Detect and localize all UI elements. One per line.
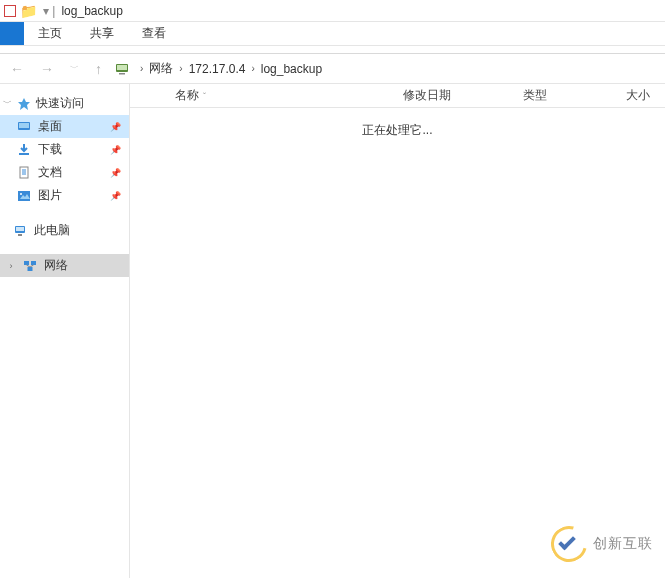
loading-status: 正在处理它... [130, 108, 665, 139]
svg-point-12 [20, 193, 22, 195]
network-label: 网络 [44, 257, 68, 274]
sidebar-item-network[interactable]: › 网络 [0, 254, 129, 277]
menu-view[interactable]: 查看 [128, 22, 180, 45]
menu-home[interactable]: 主页 [24, 22, 76, 45]
content-pane: 名称 ˇ 修改日期 类型 大小 正在处理它... [130, 84, 665, 578]
quick-access-label: 快速访问 [36, 95, 84, 112]
column-type[interactable]: 类型 [515, 84, 618, 107]
svg-rect-1 [117, 65, 127, 70]
network-icon [22, 258, 38, 274]
sidebar-quick-access-header[interactable]: ﹀ 快速访问 [0, 92, 129, 115]
downloads-label: 下载 [38, 141, 62, 158]
pin-icon: 📌 [110, 168, 121, 178]
svg-rect-15 [18, 234, 22, 236]
column-headers: 名称 ˇ 修改日期 类型 大小 [130, 84, 665, 108]
sidebar-item-desktop[interactable]: 桌面 📌 [0, 115, 129, 138]
documents-label: 文档 [38, 164, 62, 181]
navigation-bar: ← → ﹀ ↑ › 网络 › 172.17.0.4 › log_backup [0, 54, 665, 84]
watermark: 创新互联 [551, 526, 653, 562]
svg-rect-16 [24, 261, 29, 265]
svg-rect-18 [28, 267, 33, 271]
pin-icon: 📌 [110, 191, 121, 201]
title-bar: 📁 ▾ | log_backup [0, 0, 665, 22]
pin-icon[interactable] [4, 5, 16, 17]
breadcrumb-network[interactable]: 网络 [149, 60, 173, 77]
star-icon [16, 96, 32, 112]
downloads-icon [16, 142, 32, 158]
network-group: › 网络 [0, 254, 129, 277]
sort-indicator: ˇ [203, 91, 206, 101]
file-menu-button[interactable] [0, 22, 24, 45]
svg-rect-14 [16, 227, 24, 231]
pin-icon: 📌 [110, 122, 121, 132]
computer-icon [12, 223, 28, 239]
column-size[interactable]: 大小 [618, 84, 665, 107]
breadcrumb-ip[interactable]: 172.17.0.4 [189, 62, 246, 76]
sidebar-item-this-pc[interactable]: 此电脑 [0, 219, 129, 242]
desktop-label: 桌面 [38, 118, 62, 135]
folder-icon: 📁 [20, 3, 37, 19]
watermark-logo [551, 526, 587, 562]
history-dropdown[interactable]: ﹀ [66, 62, 83, 75]
pictures-label: 图片 [38, 187, 62, 204]
main-area: ﹀ 快速访问 桌面 📌 下载 📌 文档 📌 图片 [0, 84, 665, 578]
sidebar-item-downloads[interactable]: 下载 📌 [0, 138, 129, 161]
chevron-right-icon: › [179, 63, 182, 74]
this-pc-label: 此电脑 [34, 222, 70, 239]
separator: ▾ | [43, 4, 55, 18]
window-title: log_backup [61, 4, 122, 18]
quick-access-group: ﹀ 快速访问 桌面 📌 下载 📌 文档 📌 图片 [0, 92, 129, 207]
network-drive-icon [114, 61, 130, 77]
chevron-right-icon: › [251, 63, 254, 74]
svg-rect-5 [19, 123, 29, 128]
svg-line-20 [30, 265, 34, 267]
column-name[interactable]: 名称 ˇ [130, 84, 395, 107]
address-bar[interactable]: › 网络 › 172.17.0.4 › log_backup [138, 60, 322, 77]
chevron-down-icon: ﹀ [2, 97, 12, 110]
sidebar-item-documents[interactable]: 文档 📌 [0, 161, 129, 184]
breadcrumb-folder[interactable]: log_backup [261, 62, 322, 76]
svg-line-19 [27, 265, 31, 267]
ribbon-spacer [0, 46, 665, 54]
menu-bar: 主页 共享 查看 [0, 22, 665, 46]
back-button[interactable]: ← [6, 61, 28, 77]
column-date[interactable]: 修改日期 [395, 84, 515, 107]
svg-rect-17 [31, 261, 36, 265]
sidebar-item-pictures[interactable]: 图片 📌 [0, 184, 129, 207]
navigation-pane: ﹀ 快速访问 桌面 📌 下载 📌 文档 📌 图片 [0, 84, 130, 578]
chevron-right-icon: › [140, 63, 143, 74]
chevron-right-icon: › [6, 261, 16, 271]
up-button[interactable]: ↑ [91, 61, 106, 77]
svg-rect-2 [119, 73, 125, 75]
svg-marker-3 [18, 98, 30, 110]
this-pc-group: 此电脑 [0, 219, 129, 242]
forward-button[interactable]: → [36, 61, 58, 77]
menu-share[interactable]: 共享 [76, 22, 128, 45]
desktop-icon [16, 119, 32, 135]
documents-icon [16, 165, 32, 181]
pin-icon: 📌 [110, 145, 121, 155]
watermark-text: 创新互联 [593, 535, 653, 553]
pictures-icon [16, 188, 32, 204]
